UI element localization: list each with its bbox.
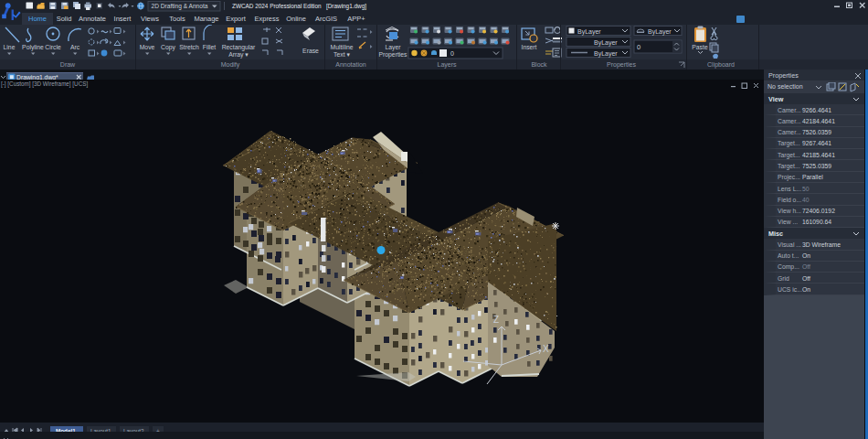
svg-text:ZWCAD 2024 Professional Editio: ZWCAD 2024 Professional Edition [Drawing… [232,3,366,10]
svg-text:2D Drafting & Annota: 2D Drafting & Annota [152,3,208,10]
svg-text:X: X [543,344,549,354]
svg-text:Z: Z [493,315,499,325]
svg-text:ByLayer: ByLayer [577,28,601,36]
svg-text:ByLayer: ByLayer [594,50,618,58]
svg-text:0: 0 [450,50,454,57]
svg-text:ByLayer: ByLayer [648,28,672,36]
svg-text:0: 0 [637,43,640,51]
svg-text:ByLayer: ByLayer [594,39,618,47]
